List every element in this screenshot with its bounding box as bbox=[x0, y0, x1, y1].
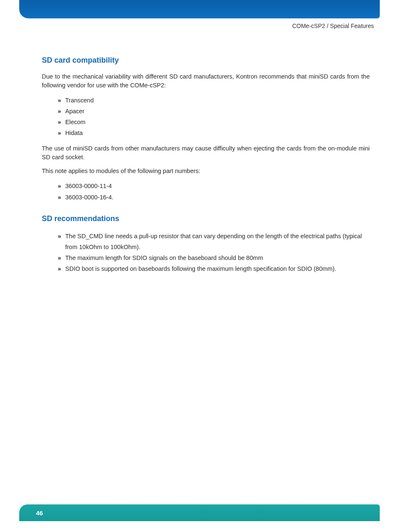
part-number-list: 36003-0000-11-4 36003-0000-16-4. bbox=[58, 181, 370, 202]
header-breadcrumb: COMe-cSP2 / Special Features bbox=[292, 23, 374, 29]
heading-sd-compatibility: SD card compatibility bbox=[42, 56, 370, 65]
paragraph-parts: This note applies to modules of the foll… bbox=[42, 167, 370, 176]
recommendations-list: The SD_CMD line needs a pull-up resistor… bbox=[58, 231, 370, 274]
list-item: Hidata bbox=[58, 127, 370, 138]
list-item: 36003-0000-11-4 bbox=[58, 181, 370, 191]
list-item: The maximum length for SDIO signals on t… bbox=[58, 252, 370, 263]
top-accent-bar bbox=[19, 0, 380, 18]
list-item: Transcend bbox=[58, 95, 370, 106]
list-item: 36003-0000-16-4. bbox=[58, 192, 370, 203]
paragraph-note: The use of miniSD cards from other manuf… bbox=[42, 144, 370, 162]
page-content: SD card compatibility Due to the mechani… bbox=[42, 50, 370, 280]
paragraph-intro: Due to the mechanical variability with d… bbox=[42, 72, 370, 90]
list-item: SDIO boot is supported on baseboards fol… bbox=[58, 263, 370, 274]
list-item: Apacer bbox=[58, 106, 370, 117]
heading-sd-recommendations: SD recommendations bbox=[42, 214, 370, 223]
bottom-accent-bar: 46 bbox=[19, 504, 380, 521]
vendor-list: Transcend Apacer Elecom Hidata bbox=[58, 95, 370, 138]
list-item: Elecom bbox=[58, 117, 370, 127]
page-number: 46 bbox=[36, 509, 43, 517]
list-item: The SD_CMD line needs a pull-up resistor… bbox=[58, 231, 370, 252]
